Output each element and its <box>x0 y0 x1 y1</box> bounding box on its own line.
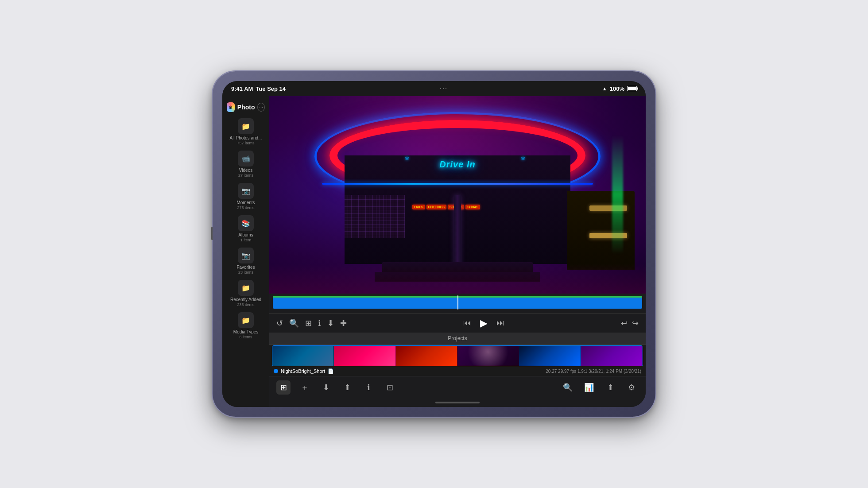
videos-count: 27 items <box>238 173 253 178</box>
media-types-label: Media Types <box>233 329 259 335</box>
main-area: ⚙ Photo ··· 📁 All Photos and... 757 item… <box>222 96 646 407</box>
device-screen: 9:41 AM Tue Sep 14 ··· ▲ 100% <box>222 81 646 407</box>
bottom-info-button[interactable]: ℹ <box>361 380 376 395</box>
sidebar: ⚙ Photo ··· 📁 All Photos and... 757 item… <box>222 96 269 407</box>
view-toggle-button[interactable]: ⊞ <box>305 318 312 328</box>
favorites-label: Favorites <box>236 265 255 270</box>
sidebar-title: Photo <box>237 104 255 111</box>
photo-app-icon: ⚙ <box>227 102 235 112</box>
videos-label: Videos <box>239 168 252 173</box>
controls-right: ↩ ↪ <box>621 318 639 328</box>
undo-button[interactable]: ↺ <box>276 318 283 328</box>
sidebar-item-recently-added[interactable]: 📁 Recently Added 235 items <box>222 277 269 310</box>
bottom-settings-button[interactable]: ⚙ <box>624 380 639 395</box>
filmstrip-info: NightSoBright_Short 📄 20.27 29.97 fps 1.… <box>269 366 646 376</box>
ipad-device: 9:41 AM Tue Sep 14 ··· ▲ 100% <box>213 71 655 417</box>
neon-sign-text: Drive In <box>439 159 475 170</box>
bottom-stats-button[interactable]: 📊 <box>582 380 596 395</box>
preview-image: Drive In ❄ ❄ FRIES <box>269 96 646 294</box>
sidebar-item-all-photos[interactable]: 📁 All Photos and... 757 items <box>222 116 269 148</box>
projects-label: Projects <box>448 335 467 341</box>
date-display: Tue Sep 14 <box>256 85 286 92</box>
film-meta: 20.27 29.97 fps 1.9:1 3/20/21, 1:24 PM (… <box>546 369 641 374</box>
sidebar-item-favorites[interactable]: 📷 Favorites 23 items <box>222 245 269 277</box>
filmstrip: NightSoBright_Short 📄 20.27 29.97 fps 1.… <box>269 344 646 376</box>
search-button[interactable]: 🔍 <box>289 318 299 328</box>
diner-scene: Drive In ❄ ❄ FRIES <box>269 96 646 294</box>
bottom-upload-button[interactable]: ⬆ <box>603 380 617 395</box>
record-dot <box>274 369 278 373</box>
sidebar-menu-button[interactable]: ··· <box>257 103 265 112</box>
film-thumb-6 <box>581 346 643 366</box>
media-types-icon: 📁 <box>238 312 254 328</box>
timeline-playhead <box>457 295 458 310</box>
bottom-toolbar-right: 🔍 📊 ⬆ ⚙ <box>561 380 639 395</box>
moments-label: Moments <box>236 200 255 205</box>
bottom-library-button[interactable]: ⊞ <box>276 380 291 395</box>
albums-label: Albums <box>238 232 253 238</box>
status-bar: 9:41 AM Tue Sep 14 ··· ▲ 100% <box>222 81 646 96</box>
info-button[interactable]: ℹ <box>318 318 321 328</box>
redo-icon[interactable]: ↪ <box>632 318 639 328</box>
device-frame: 9:41 AM Tue Sep 14 ··· ▲ 100% <box>213 71 655 417</box>
download-button[interactable]: ⬇ <box>327 318 334 328</box>
skip-back-button[interactable]: ⏮ <box>463 318 471 328</box>
all-photos-count: 757 items <box>237 141 254 145</box>
film-title: NightSoBright_Short <box>281 368 325 374</box>
timeline-area <box>269 294 646 313</box>
film-thumb-1 <box>272 346 334 366</box>
status-bar-right: ▲ 100% <box>602 85 637 92</box>
recently-added-label: Recently Added <box>230 297 261 302</box>
bottom-export-button[interactable]: ⬇ <box>319 380 333 395</box>
media-types-count: 6 items <box>239 335 252 339</box>
bottom-share-button[interactable]: ⬆ <box>340 380 354 395</box>
film-thumb-3 <box>396 346 457 366</box>
moments-icon: 📷 <box>238 183 254 199</box>
film-thumb-5 <box>519 346 581 366</box>
sidebar-header: ⚙ Photo ··· <box>222 100 269 116</box>
time-display: 9:41 AM <box>231 85 253 92</box>
bottom-toolbar-left: ⊞ ＋ ⬇ ⬆ ℹ ⊡ <box>276 380 397 395</box>
film-thumb-4 <box>457 346 519 366</box>
right-content: Drive In ❄ ❄ FRIES <box>269 96 646 407</box>
projects-bar: Projects <box>269 333 646 344</box>
skip-forward-button[interactable]: ⏭ <box>496 318 504 328</box>
preview-area: Drive In ❄ ❄ FRIES <box>269 96 646 294</box>
sidebar-item-albums[interactable]: 📚 Albums 1 item <box>222 213 269 245</box>
film-title-left: NightSoBright_Short 📄 <box>274 368 334 374</box>
film-thumb-2 <box>334 346 395 366</box>
sidebar-item-videos[interactable]: 📹 Videos 27 items <box>222 148 269 180</box>
sidebar-item-media-types[interactable]: 📁 Media Types 6 items <box>222 310 269 342</box>
status-bar-left: 9:41 AM Tue Sep 14 <box>231 85 286 92</box>
moments-count: 275 items <box>237 205 254 210</box>
home-bar <box>435 402 480 403</box>
favorites-count: 23 items <box>238 270 253 275</box>
controls-bar: ↺ 🔍 ⊞ ℹ ⬇ ✚ ⏮ ▶ ⏭ ↩ <box>269 313 646 333</box>
all-photos-icon: 📁 <box>238 118 254 134</box>
recently-added-icon: 📁 <box>238 280 254 296</box>
film-doc-icon: 📄 <box>328 368 334 374</box>
dots-indicator: ··· <box>440 86 448 91</box>
bottom-trash-button[interactable]: ⊡ <box>383 380 397 395</box>
battery-icon <box>627 86 637 91</box>
wifi-icon: ▲ <box>602 86 607 91</box>
bottom-search-button[interactable]: 🔍 <box>561 380 575 395</box>
albums-icon: 📚 <box>238 215 254 231</box>
undo-icon[interactable]: ↩ <box>621 318 628 328</box>
battery-percent: 100% <box>610 85 624 92</box>
filmstrip-thumbnails[interactable] <box>272 345 643 366</box>
bottom-add-button[interactable]: ＋ <box>298 380 312 395</box>
side-button[interactable] <box>211 227 213 240</box>
sidebar-item-moments[interactable]: 📷 Moments 275 items <box>222 180 269 213</box>
albums-count: 1 item <box>240 238 252 242</box>
videos-icon: 📹 <box>238 151 254 167</box>
play-button[interactable]: ▶ <box>480 318 488 329</box>
controls-center: ⏮ ▶ ⏭ <box>463 318 504 329</box>
controls-left: ↺ 🔍 ⊞ ℹ ⬇ ✚ <box>276 318 347 328</box>
add-media-button[interactable]: ✚ <box>340 318 347 328</box>
bottom-toolbar: ⊞ ＋ ⬇ ⬆ ℹ ⊡ 🔍 📊 ⬆ ⚙ <box>269 376 646 398</box>
all-photos-label: All Photos and... <box>230 136 262 141</box>
recently-added-count: 235 items <box>237 302 254 307</box>
favorites-icon: 📷 <box>238 248 254 263</box>
status-bar-center: ··· <box>440 86 448 91</box>
